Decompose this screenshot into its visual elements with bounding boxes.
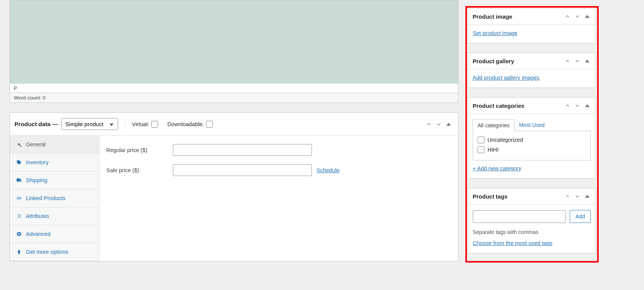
- tab-linked-products[interactable]: Linked Products: [10, 189, 99, 207]
- chevron-up-icon[interactable]: [564, 193, 571, 200]
- category-tab-all[interactable]: All categories: [473, 119, 515, 131]
- add-new-category-link[interactable]: + Add new category: [473, 165, 521, 171]
- add-tag-button[interactable]: Add: [570, 210, 591, 223]
- category-label: Uncategorized: [487, 137, 523, 143]
- tags-hint: Separate tags with commas: [473, 229, 591, 235]
- plug-icon: [16, 249, 22, 255]
- category-row: Uncategorized: [478, 135, 586, 145]
- chevron-up-icon[interactable]: [564, 58, 571, 64]
- tag-input[interactable]: [473, 210, 566, 223]
- chevron-up-icon[interactable]: [564, 13, 571, 20]
- link-icon: [16, 195, 22, 201]
- chevron-up-icon[interactable]: [425, 121, 432, 128]
- tab-get-more-options[interactable]: Get more options: [10, 243, 99, 261]
- truck-icon: [16, 177, 22, 183]
- category-checkbox-uncategorized[interactable]: [478, 136, 484, 143]
- virtual-label: Virtual:: [132, 121, 158, 128]
- category-row: HIHI: [478, 145, 586, 155]
- panel-toggle-icon[interactable]: [445, 121, 452, 128]
- schedule-link[interactable]: Schedule: [316, 167, 339, 173]
- tab-label: Attributes: [26, 213, 49, 219]
- chevron-down-icon[interactable]: [574, 102, 581, 109]
- category-checkbox-hihi[interactable]: [478, 146, 484, 153]
- chevron-down-icon[interactable]: [574, 193, 581, 200]
- product-categories-panel: Product categories All categories Most U…: [467, 97, 596, 179]
- product-gallery-panel: Product gallery Add product gallery imag…: [467, 53, 596, 88]
- downloadable-label: Downloadable:: [167, 121, 213, 128]
- set-product-image-link[interactable]: Set product image: [473, 30, 518, 36]
- chevron-down-icon[interactable]: [574, 58, 581, 64]
- chevron-down-icon[interactable]: [574, 13, 581, 20]
- product-tags-title: Product tags: [473, 193, 564, 200]
- tab-shipping[interactable]: Shipping: [10, 171, 99, 189]
- product-data-tabs: General Inventory Shipping Linked Produc…: [10, 136, 99, 261]
- tab-label: General: [26, 141, 46, 147]
- add-gallery-images-link[interactable]: Add product gallery images: [473, 75, 540, 81]
- product-tags-panel: Product tags Add Separate tags with comm…: [467, 188, 596, 253]
- editor-element-path: P: [10, 84, 459, 93]
- content-editor-area[interactable]: [10, 0, 459, 84]
- virtual-checkbox[interactable]: [151, 121, 158, 128]
- regular-price-label: Regular price ($): [106, 147, 173, 153]
- choose-most-used-tags-link[interactable]: Choose from the most used tags: [473, 240, 553, 246]
- panel-toggle-icon[interactable]: [584, 58, 591, 64]
- tab-label: Advanced: [26, 231, 51, 237]
- tab-label: Get more options: [26, 249, 68, 255]
- tab-label: Shipping: [26, 177, 47, 183]
- tab-advanced[interactable]: Advanced: [10, 225, 99, 243]
- panel-toggle-icon[interactable]: [584, 102, 591, 109]
- regular-price-input[interactable]: [173, 144, 312, 156]
- tab-attributes[interactable]: Attributes: [10, 207, 99, 225]
- wrench-icon: [16, 141, 22, 147]
- tab-label: Inventory: [26, 159, 49, 165]
- chevron-down-icon[interactable]: [435, 121, 442, 128]
- product-data-title: Product data —: [14, 121, 58, 128]
- sale-price-label: Sale price ($): [106, 167, 173, 173]
- list-icon: [16, 213, 22, 219]
- tag-icon: [16, 159, 22, 165]
- panel-toggle-icon[interactable]: [584, 13, 591, 20]
- tab-general[interactable]: General: [10, 136, 99, 154]
- downloadable-checkbox[interactable]: [206, 121, 213, 128]
- sale-price-input[interactable]: [173, 164, 312, 176]
- tab-label: Linked Products: [26, 195, 66, 201]
- editor-word-count: Word count: 0: [10, 93, 459, 103]
- tab-inventory[interactable]: Inventory: [10, 154, 99, 171]
- product-image-title: Product image: [473, 13, 564, 20]
- panel-toggle-icon[interactable]: [584, 193, 591, 200]
- product-image-panel: Product image Set product image: [467, 8, 596, 43]
- product-categories-title: Product categories: [473, 103, 564, 109]
- chevron-up-icon[interactable]: [564, 102, 571, 109]
- product-gallery-title: Product gallery: [473, 58, 564, 64]
- category-label: HIHI: [487, 147, 499, 153]
- product-type-select[interactable]: Simple product: [61, 118, 118, 130]
- category-tab-most-used[interactable]: Most Used: [515, 119, 549, 131]
- gear-icon: [16, 231, 22, 237]
- product-data-panel: Product data — Simple product Virtual: D…: [10, 112, 459, 261]
